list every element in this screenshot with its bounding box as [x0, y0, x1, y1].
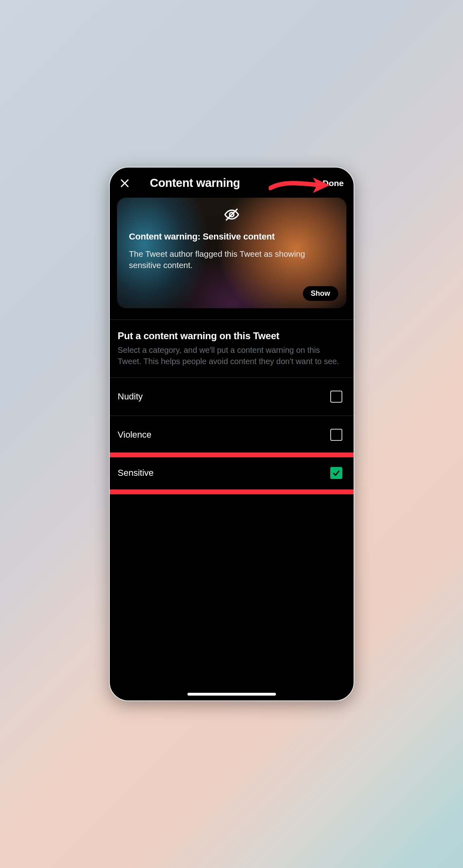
content-warning-preview: Content warning: Sensitive content The T… — [117, 198, 346, 308]
home-indicator — [187, 693, 276, 696]
option-nudity[interactable]: Nudity — [110, 377, 354, 416]
option-label: Violence — [118, 430, 152, 440]
option-label: Sensitive — [118, 468, 154, 478]
section-title: Put a content warning on this Tweet — [118, 330, 346, 342]
hidden-eye-icon — [224, 207, 240, 224]
checkbox-nudity[interactable] — [330, 391, 342, 403]
show-button[interactable]: Show — [303, 286, 338, 301]
checkbox-sensitive[interactable] — [330, 467, 342, 479]
header-bar: Content warning Done — [110, 168, 354, 194]
page-title: Content warning — [150, 176, 240, 190]
close-icon[interactable] — [119, 177, 131, 189]
preview-description: The Tweet author flagged this Tweet as s… — [129, 248, 334, 270]
option-violence[interactable]: Violence — [110, 416, 354, 454]
option-sensitive[interactable]: Sensitive — [110, 454, 354, 492]
checkbox-violence[interactable] — [330, 429, 342, 441]
preview-title: Content warning: Sensitive content — [129, 231, 334, 242]
phone-frame: Content warning Done Content warning: Se… — [109, 167, 354, 701]
options-list: Nudity Violence Sensitive — [110, 377, 354, 492]
section-heading: Put a content warning on this Tweet Sele… — [110, 319, 354, 376]
section-description: Select a category, and we'll put a conte… — [118, 345, 346, 367]
done-button[interactable]: Done — [323, 178, 345, 188]
option-label: Nudity — [118, 391, 143, 402]
